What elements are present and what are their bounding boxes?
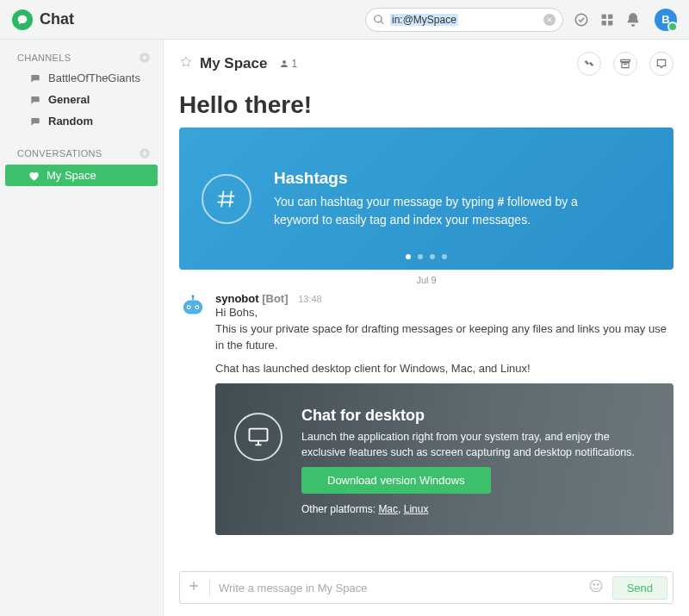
search-input-wrap[interactable]: in:@MySpace — [365, 8, 563, 32]
svg-point-15 — [590, 580, 602, 592]
composer-input[interactable] — [219, 582, 588, 594]
channel-item[interactable]: Random — [0, 110, 163, 132]
bell-icon[interactable] — [625, 12, 641, 28]
tips-banner: Hashtags You can hashtag your message by… — [179, 128, 673, 270]
room-title: My Space — [200, 55, 267, 72]
svg-point-16 — [593, 584, 595, 586]
hashtag-icon — [202, 174, 251, 224]
greeting: Hello there! — [164, 81, 689, 128]
conversations-label: CONVERSATIONS — [17, 148, 102, 159]
svg-rect-8 — [192, 296, 194, 301]
settings-button[interactable] — [577, 52, 601, 76]
banner-body: You can hashtag your message by typing #… — [274, 193, 584, 229]
banner-title: Hashtags — [274, 169, 584, 188]
top-bar: Chat in:@MySpace B — [0, 0, 689, 40]
svg-point-12 — [188, 307, 189, 308]
svg-rect-2 — [609, 15, 613, 19]
search-value: in:@MySpace — [390, 14, 458, 26]
channel-icon — [29, 72, 41, 84]
date-separator: Jul 9 — [164, 270, 689, 289]
svg-point-17 — [597, 584, 599, 586]
channel-label: BattleOfTheGiants — [48, 72, 140, 84]
channel-icon — [29, 115, 41, 128]
svg-rect-1 — [602, 15, 606, 19]
attach-icon[interactable] — [187, 579, 201, 596]
desktop-card-title: Chat for desktop — [301, 404, 655, 426]
grid-icon[interactable] — [599, 12, 615, 28]
other-platforms: Other platforms: Mac, Linux — [301, 502, 655, 517]
room-header: My Space 1 — [164, 40, 689, 81]
add-conversation-icon[interactable] — [139, 147, 151, 159]
message-row: synobot [Bot] 13:48 Hi Bohs, This is you… — [164, 289, 689, 538]
star-icon[interactable] — [179, 55, 193, 72]
channel-item[interactable]: General — [0, 89, 163, 110]
svg-rect-3 — [602, 21, 606, 25]
search-icon — [373, 14, 385, 26]
inbox-button[interactable] — [649, 52, 673, 76]
todo-icon[interactable] — [574, 12, 589, 28]
linux-link[interactable]: Linux — [404, 503, 429, 515]
download-button[interactable]: Download version Windows — [301, 467, 491, 494]
svg-point-13 — [196, 307, 198, 308]
app-title: Chat — [40, 10, 74, 28]
search-clear-icon[interactable] — [543, 14, 556, 26]
monitor-icon — [234, 413, 282, 461]
svg-point-0 — [575, 14, 587, 26]
bot-avatar — [179, 292, 207, 320]
message-content: Hi Bohs, This is your private space for … — [215, 305, 673, 535]
send-button[interactable]: Send — [612, 576, 667, 600]
member-count[interactable]: 1 — [279, 58, 297, 70]
conversations-header: CONVERSATIONS — [0, 144, 163, 163]
channel-label: Random — [48, 115, 93, 128]
desktop-promo-card: Chat for desktop Launch the application … — [215, 383, 673, 534]
svg-rect-9 — [183, 301, 202, 314]
desktop-card-body: Launch the application right from your s… — [301, 430, 655, 460]
top-icons: B — [574, 9, 677, 31]
message-composer: Send — [179, 571, 673, 604]
channel-item[interactable]: BattleOfTheGiants — [0, 67, 163, 89]
message-time: 13:48 — [298, 294, 322, 304]
channels-label: CHANNELS — [17, 53, 71, 63]
channel-label: General — [48, 93, 90, 106]
svg-rect-14 — [250, 429, 268, 441]
archive-button[interactable] — [613, 52, 637, 76]
svg-rect-4 — [609, 21, 613, 25]
conversation-item-myspace[interactable]: My Space — [5, 165, 158, 186]
emoji-icon[interactable] — [588, 578, 604, 597]
main-panel: My Space 1 Hello there! Hashtags You can… — [164, 40, 689, 616]
message-meta: synobot [Bot] 13:48 — [215, 292, 673, 305]
bot-tag: [Bot] — [262, 292, 288, 305]
sidebar: CHANNELS BattleOfTheGiants General Rando… — [0, 40, 164, 616]
avatar-initial: B — [661, 13, 669, 26]
add-channel-icon[interactable] — [139, 52, 151, 64]
heart-icon — [28, 170, 40, 182]
channels-header: CHANNELS — [0, 48, 163, 67]
conversation-label: My Space — [47, 169, 96, 182]
message-author: synobot — [215, 292, 259, 305]
channel-icon — [29, 94, 41, 106]
app-logo — [12, 9, 33, 30]
mac-link[interactable]: Mac — [378, 503, 398, 515]
carousel-dots[interactable] — [406, 254, 447, 259]
user-avatar[interactable]: B — [655, 9, 677, 31]
